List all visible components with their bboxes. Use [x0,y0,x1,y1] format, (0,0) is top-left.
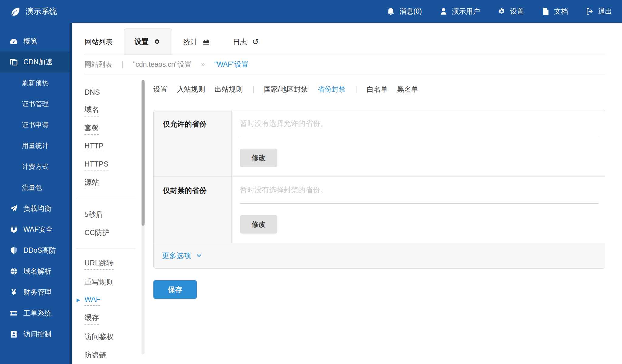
tab-logs[interactable]: 日志 ↺ [222,29,271,55]
subnav-item-hotlink-protection[interactable]: 防盗链 [76,346,145,364]
field-area: 暂时没有选择允许的省份。 修改 [232,110,605,176]
sidebar-item-label: 访问控制 [23,329,51,339]
subnav-divider [76,199,135,199]
subnav-item-label: 缓存 [84,313,99,325]
topbar-user[interactable]: 演示用户 [430,7,488,16]
subnav-item-cache[interactable]: 缓存 [76,309,145,328]
subnav-item-label: WAF [84,295,100,306]
form-row-blocked-provinces: 仅封禁的省份 暂时没有选择封禁的省份。 修改 [154,177,605,243]
sidebar-item-billing-method[interactable]: 计费方式 [0,156,70,177]
sidebar-item-cert-management[interactable]: 证书管理 [0,93,70,114]
sidebar-item-label: 工单系统 [23,308,51,318]
sidebar-item-cdn[interactable]: CDN加速 [0,52,70,72]
sidebar-item-dns-resolution[interactable]: 域名解析 [0,261,70,282]
waftab-country-block[interactable]: 国家/地区封禁 [264,85,308,94]
sidebar-item-tickets[interactable]: 工单系统 [0,303,70,324]
caret-right-icon: ▶ [77,297,80,303]
tab-label: 设置 [135,37,149,46]
subnav-item-label: 域名 [84,105,99,116]
sidebar-item-label: 概览 [23,36,37,46]
more-options-link[interactable]: 更多选项 [162,251,203,261]
leaf-icon [11,7,20,16]
topbar-settings[interactable]: 设置 [488,7,532,16]
modify-blocked-provinces-button[interactable]: 修改 [240,215,277,234]
sidebar-item-label: CDN加速 [23,57,53,67]
waf-settings-content: 设置 入站规则 出站规则 | 国家/地区封禁 省份封禁 | 白名单 黑名单 仅允… [145,80,605,364]
subnav-item-cc-protection[interactable]: CC防护 [76,224,145,242]
subnav-item-label: URL跳转 [84,258,114,270]
topbar-messages[interactable]: 消息(0) [378,7,430,16]
sidebar-item-cert-apply[interactable]: 证书申请 [0,114,70,135]
tab-label: 日志 [233,37,247,47]
subnav-item-label: 防盗链 [84,350,106,360]
breadcrumb-website-list[interactable]: 网站列表 [84,60,112,69]
sidebar-item-label: 证书管理 [22,99,49,109]
cdn-icon [9,58,18,66]
brand[interactable]: 演示系统 [11,6,57,17]
topbar-docs[interactable]: 文档 [532,7,576,16]
field-placeholder: 暂时没有选择允许的省份。 [240,119,599,137]
subnav-item-http[interactable]: HTTP [76,138,145,156]
tab-website-list[interactable]: 网站列表 [84,29,124,55]
subnav-item-url-redirect[interactable]: URL跳转 [76,255,145,273]
sidebar-item-waf-security[interactable]: WAF安全 [0,219,70,240]
sidebar-item-label: 刷新预热 [22,79,49,88]
subnav-scrollbar-thumb[interactable] [142,80,145,226]
main-content: 网站列表 设置 统计 日志 ↺ 网站列表 | "cdn.teao [72,23,622,364]
sidebar-item-label: 负载均衡 [23,204,51,213]
save-button[interactable]: 保存 [153,280,197,299]
sidebar-item-access-control[interactable]: 访问控制 [0,324,70,345]
tab-settings[interactable]: 设置 [124,29,172,55]
subnav-item-domain[interactable]: 域名 [76,101,145,120]
user-icon [439,8,448,15]
subnav-item-label: 套餐 [84,123,99,135]
subnav-item-dns[interactable]: DNS [76,83,145,101]
sidebar-item-load-balancer[interactable]: 负载均衡 [0,198,70,219]
subnav-item-access-auth[interactable]: 访问鉴权 [76,328,145,346]
subnav-item-label: 5秒盾 [84,210,103,219]
subnav-item-waf[interactable]: ▶ WAF [76,291,145,309]
modify-allowed-provinces-button[interactable]: 修改 [240,149,277,167]
waftab-settings[interactable]: 设置 [153,85,167,94]
subnav-item-origin[interactable]: 源站 [76,174,145,192]
waf-magnet-icon [9,226,18,233]
globe-icon [9,268,18,275]
sidebar-item-refresh-prewarm[interactable]: 刷新预热 [0,72,70,93]
tab-bar: 网站列表 设置 统计 日志 ↺ [84,23,605,55]
topbar-docs-label: 文档 [554,7,568,16]
sidebar-item-ddos[interactable]: DDoS高防 [0,240,70,261]
topbar-messages-label: 消息(0) [399,7,422,16]
topbar-settings-label: 设置 [510,7,524,16]
subnav-item-label: HTTP [84,142,104,152]
waftab-province-block[interactable]: 省份封禁 [317,85,345,94]
waf-tab-bar: 设置 入站规则 出站规则 | 国家/地区封禁 省份封禁 | 白名单 黑名单 [153,80,605,98]
sidebar: 概览 CDN加速 刷新预热 证书管理 证书申请 用量统计 计费方式 流量包 [0,23,72,364]
waftab-whitelist[interactable]: 白名单 [367,85,388,94]
waftab-inbound-rules[interactable]: 入站规则 [177,85,205,94]
sidebar-item-traffic-package[interactable]: 流量包 [0,177,70,198]
breadcrumb-site-settings[interactable]: "cdn.teaos.cn"设置 [133,60,192,69]
waftab-blacklist[interactable]: 黑名单 [397,85,418,94]
tab-statistics[interactable]: 统计 [172,29,222,55]
subnav-divider [76,248,135,248]
sidebar-item-usage-stats[interactable]: 用量统计 [0,135,70,156]
sidebar-item-label: DDoS高防 [23,246,56,255]
topbar-logout[interactable]: 退出 [576,7,612,16]
sidebar-item-overview[interactable]: 概览 [0,31,70,52]
subnav-item-plan[interactable]: 套餐 [76,120,145,138]
subnav-item-https[interactable]: HTTPS [76,156,145,174]
province-block-panel: 仅允许的省份 暂时没有选择允许的省份。 修改 仅封禁的省份 暂时没有选择封禁的省… [153,110,605,269]
sidebar-item-finance[interactable]: ¥ 财务管理 [0,282,70,303]
waftab-outbound-rules[interactable]: 出站规则 [215,85,243,94]
subnav-scrollbar-track[interactable] [142,80,145,355]
waftab-separator: | [355,85,357,93]
field-label: 仅允许的省份 [154,110,232,176]
panel-footer: 更多选项 [154,243,605,268]
subnav-item-rewrite-rules[interactable]: 重写规则 [76,273,145,291]
sidebar-item-label: WAF安全 [23,225,53,234]
breadcrumb-waf-settings[interactable]: "WAF"设置 [214,60,249,69]
subnav-item-label: 访问鉴权 [84,332,114,342]
sidebar-item-label: 计费方式 [22,162,49,171]
yen-icon: ¥ [9,288,18,296]
subnav-item-5s-shield[interactable]: 5秒盾 [76,205,145,224]
